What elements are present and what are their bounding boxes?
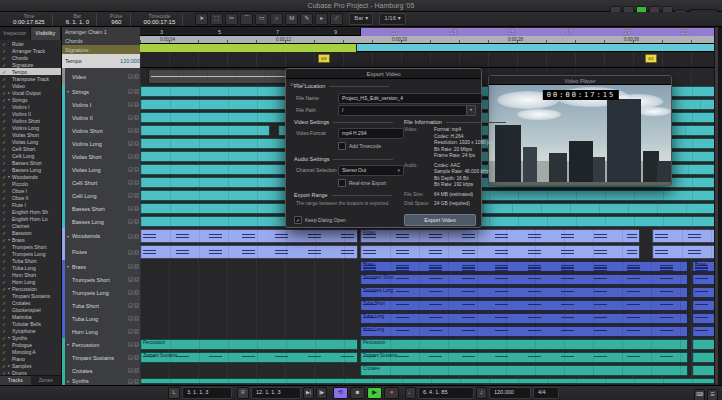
keyboard-icon[interactable]: ⌨: [694, 389, 705, 400]
mute-button[interactable]: m: [128, 303, 133, 308]
bottom-tab-zones[interactable]: Zones: [31, 376, 62, 385]
track-lane[interactable]: Timpani SustainsTimpani Sustains: [140, 351, 718, 365]
track-lane[interactable]: Tuba Long: [140, 312, 718, 326]
visibility-item-arranger-track[interactable]: ✓Arranger Track: [0, 47, 61, 54]
visibility-item-trumpets-long[interactable]: ✓Trumpets Long: [0, 250, 61, 257]
right-locator-field[interactable]: 12. 1. 1. 3: [251, 387, 301, 399]
object-selection-tool-icon[interactable]: ➤: [195, 13, 208, 25]
solo-button[interactable]: s: [134, 167, 139, 172]
special-track-tempo[interactable]: Tempo120.000: [62, 54, 143, 69]
video-format-field[interactable]: mp4 H.264: [338, 128, 404, 139]
dialog-titlebar[interactable]: Export Video: [286, 69, 481, 79]
mute-button[interactable]: m: [128, 102, 133, 107]
visibility-item-celli-short[interactable]: ✓Celli Short: [0, 145, 61, 152]
track-percussion[interactable]: ▾Percussionms: [62, 338, 140, 352]
visibility-item-basses-short[interactable]: ✓Basses Short: [0, 159, 61, 166]
visibility-item-violins-short[interactable]: ✓Violins Short: [0, 117, 61, 124]
visibility-item-crotales[interactable]: ✓Crotales: [0, 299, 61, 306]
visibility-item-monolog-a[interactable]: ✓Monolog A: [0, 348, 61, 355]
track-violins-long[interactable]: Violins Longms: [62, 137, 140, 151]
export-video-dialog[interactable]: Export Video File Location File Name Pro…: [285, 68, 482, 228]
metronome-button[interactable]: ♩: [405, 387, 416, 399]
draw-tool-icon[interactable]: ✎: [300, 13, 313, 25]
visibility-item-basses-long[interactable]: ✓Basses Long: [0, 166, 61, 173]
clip[interactable]: [360, 245, 640, 259]
track-flutes[interactable]: Flutesms: [62, 244, 140, 261]
visibility-item-xylophone[interactable]: ✓Xylophone: [0, 327, 61, 334]
solo-button[interactable]: s: [134, 368, 139, 373]
range-selection-tool-icon[interactable]: ⬚: [210, 13, 223, 25]
track-timpani-sustains[interactable]: Timpani Sustainsms: [62, 351, 140, 365]
solo-button[interactable]: s: [134, 355, 139, 360]
video-player-titlebar[interactable]: Video Player: [489, 76, 671, 85]
tempo-track-button[interactable]: 𝅘𝅥𝅮: [476, 387, 487, 399]
visibility-item-piano[interactable]: ✓Piano: [0, 355, 61, 362]
clip[interactable]: [140, 125, 270, 136]
file-path-input[interactable]: /: [338, 105, 472, 116]
arranger-track-strip[interactable]: [360, 28, 718, 36]
mute-button[interactable]: m: [128, 167, 133, 172]
visibility-item-glockenspiel[interactable]: ✓Glockenspiel: [0, 306, 61, 313]
track-lane[interactable]: Trumpets Short: [140, 273, 718, 287]
solo-button[interactable]: s: [134, 206, 139, 211]
visibility-item-transpose-track[interactable]: ✓Transpose Track: [0, 75, 61, 82]
track-celli-long[interactable]: Celli Longms: [62, 189, 140, 203]
line-tool-icon[interactable]: ∕: [330, 13, 343, 25]
mute-button[interactable]: m: [128, 206, 133, 211]
mute-button[interactable]: m: [128, 264, 133, 269]
visibility-item-english-horn-lo[interactable]: ✓English Horn Lo: [0, 215, 61, 222]
solo-button[interactable]: s: [134, 128, 139, 133]
file-name-input[interactable]: Project_HS_Edit_version_4: [338, 93, 482, 104]
mute-tool-icon[interactable]: M: [285, 13, 298, 25]
mute-button[interactable]: m: [128, 180, 133, 185]
tab-visibility[interactable]: Visibility: [31, 27, 62, 40]
mute-button[interactable]: m: [128, 141, 133, 146]
visibility-item-piccolo[interactable]: ✓Piccolo: [0, 180, 61, 187]
track-trumpets-long[interactable]: Trumpets Longms: [62, 286, 140, 300]
visibility-item-strings[interactable]: ✓▾Strings: [0, 96, 61, 103]
solo-button[interactable]: s: [134, 102, 139, 107]
mute-button[interactable]: m: [128, 154, 133, 159]
clip[interactable]: [140, 229, 358, 243]
dropdown-quantize[interactable]: 1/16 ▾: [379, 13, 405, 25]
solo-button[interactable]: s: [134, 277, 139, 282]
track-lane[interactable]: Crotales: [140, 364, 718, 378]
solo-button[interactable]: s: [134, 180, 139, 185]
clip-trumpets-short[interactable]: Trumpets Short: [360, 274, 688, 285]
mute-button[interactable]: m: [128, 277, 133, 282]
solo-button[interactable]: s: [134, 193, 139, 198]
visibility-item-vocal-output[interactable]: ✓▸Vocal Output: [0, 89, 61, 96]
visibility-item-trumpets-short[interactable]: ✓Trumpets Short: [0, 243, 61, 250]
visibility-item-flute-i[interactable]: ✓Flute I: [0, 201, 61, 208]
mute-button[interactable]: m: [128, 342, 133, 347]
tab-inspector[interactable]: Inspector: [0, 27, 31, 40]
track-video[interactable]: Videoms: [62, 68, 140, 86]
track-tuba-long[interactable]: Tuba Longms: [62, 312, 140, 326]
track-lane[interactable]: [140, 244, 718, 261]
visibility-item-tuba-long[interactable]: ✓Tuba Long: [0, 264, 61, 271]
chord-track-strip[interactable]: [140, 44, 718, 52]
signature-track-lane[interactable]: 6/84/4: [140, 52, 718, 68]
left-locator-field[interactable]: 3. 1. 1. 3: [182, 387, 232, 399]
track-woodwinds[interactable]: ▾Woodwindsms: [62, 228, 140, 245]
mute-button[interactable]: m: [128, 316, 133, 321]
track-violins-i[interactable]: Violins Ims: [62, 98, 140, 112]
track-lane[interactable]: BrassBrass: [140, 260, 718, 274]
visibility-item-violins-ii[interactable]: ✓Violins II: [0, 110, 61, 117]
visibility-item-violas-short[interactable]: ✓Violas Short: [0, 131, 61, 138]
mute-button[interactable]: m: [128, 368, 133, 373]
solo-button[interactable]: s: [134, 250, 139, 255]
visibility-item-synths[interactable]: ✓▾Synths: [0, 334, 61, 341]
track-lane[interactable]: Flutes: [140, 228, 718, 245]
solo-button[interactable]: s: [134, 290, 139, 295]
track-tuba-short[interactable]: Tuba Shortms: [62, 299, 140, 313]
visibility-item-signature[interactable]: ✓Signature: [0, 61, 61, 68]
realtime-export-checkbox[interactable]: Real-time Export: [338, 179, 386, 187]
solo-button[interactable]: s: [134, 234, 139, 239]
visibility-item-horn-long[interactable]: ✓Horn Long: [0, 278, 61, 285]
visibility-item-tuba-short[interactable]: ✓Tuba Short: [0, 257, 61, 264]
clip[interactable]: [652, 245, 718, 259]
clip-flutes[interactable]: Flutes: [360, 229, 640, 243]
export-video-button[interactable]: Export Video: [404, 214, 476, 226]
solo-button[interactable]: s: [134, 89, 139, 94]
